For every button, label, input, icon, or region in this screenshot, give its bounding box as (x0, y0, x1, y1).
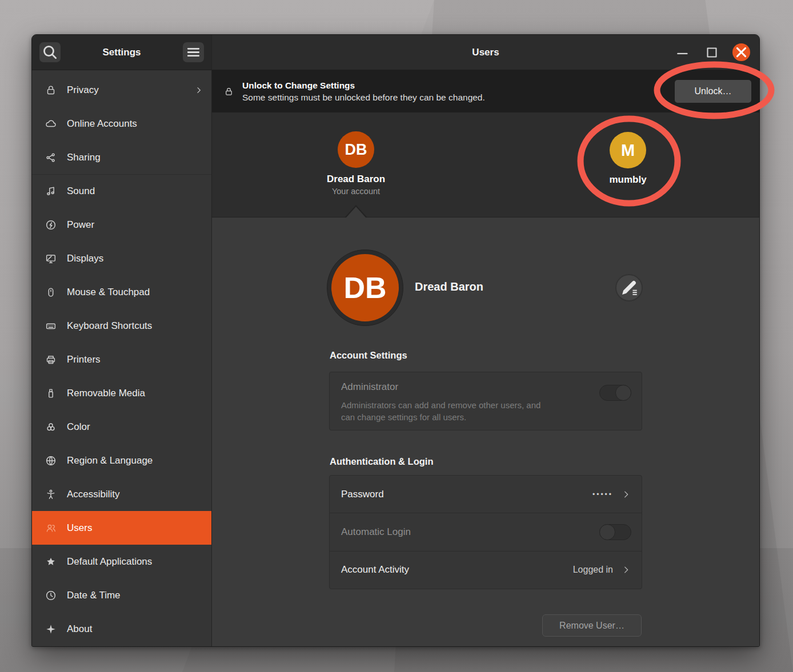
users-icon (45, 522, 57, 534)
profile-avatar[interactable]: DB (331, 254, 399, 321)
keyboard-icon (45, 320, 57, 332)
sidebar-item-sound[interactable]: Sound (32, 174, 211, 208)
sidebar-item-label: Sound (67, 186, 95, 197)
display-icon (45, 252, 57, 265)
sidebar-item-label: Keyboard Shortcuts (67, 320, 152, 332)
sidebar-item-region-language[interactable]: Region & Language (32, 444, 211, 477)
sidebar-item-default-applications[interactable]: Default Applications (32, 545, 211, 578)
sidebar-item-label: Displays (67, 253, 103, 264)
sidebar-list: Privacy Online Accounts Sharing Sound (32, 70, 211, 646)
window-controls (674, 43, 759, 61)
sidebar-item-label: Users (67, 522, 92, 534)
administrator-toggle[interactable] (599, 385, 631, 401)
toggle-knob (615, 385, 631, 401)
sidebar-item-label: Removable Media (67, 388, 145, 399)
sidebar-item-online-accounts[interactable]: Online Accounts (32, 107, 211, 140)
menu-button[interactable] (183, 42, 204, 62)
account-activity-value: Logged in (573, 565, 613, 575)
administrator-description-line: Administrators can add and remove other … (341, 399, 630, 411)
mouse-icon (45, 286, 57, 299)
sidebar-item-label: About (67, 623, 92, 635)
sidebar-item-about[interactable]: About (32, 612, 211, 646)
toggle-knob (599, 524, 615, 540)
unlock-button[interactable]: Unlock… (675, 80, 751, 103)
sidebar-item-label: Mouse & Touchpad (67, 287, 150, 298)
power-icon (45, 219, 57, 231)
automatic-login-toggle[interactable] (599, 524, 631, 540)
lock-icon (45, 84, 57, 96)
sidebar-item-removable-media[interactable]: Removable Media (32, 376, 211, 410)
cloud-icon (45, 118, 57, 130)
edit-name-button[interactable] (615, 274, 643, 301)
printer-icon (45, 353, 57, 366)
sidebar-item-label: Date & Time (67, 590, 121, 601)
unlock-banner-subtitle: Some settings must be unlocked before th… (242, 92, 485, 103)
sidebar-item-label: Printers (67, 354, 101, 365)
section-heading-authentication-login: Authentication & Login (330, 456, 433, 467)
automatic-login-label: Automatic Login (341, 526, 411, 538)
sidebar-item-color[interactable]: Color (32, 410, 211, 444)
sidebar-item-displays[interactable]: Displays (32, 242, 211, 275)
pencil-icon (616, 275, 642, 300)
sidebar-item-power[interactable]: Power (32, 208, 211, 242)
titlebar: Users (212, 35, 759, 70)
sidebar-item-label: Privacy (67, 84, 99, 96)
sidebar-item-keyboard-shortcuts[interactable]: Keyboard Shortcuts (32, 309, 211, 343)
sidebar-item-mouse-touchpad[interactable]: Mouse & Touchpad (32, 275, 211, 309)
user-chip-mumbly[interactable]: M mumbly (571, 132, 685, 186)
maximize-button[interactable] (703, 44, 720, 61)
user-detail-panel: DB Dread Baron Account Settings Administ… (212, 218, 759, 646)
sidebar-item-printers[interactable]: Printers (32, 343, 211, 376)
sidebar-item-label: Color (67, 421, 90, 433)
close-icon (732, 43, 750, 61)
administrator-description-line: can change settings for all users. (341, 411, 630, 423)
main-panel: Users Unlock to Change Settings (212, 35, 759, 646)
unlock-banner-text: Unlock to Change Settings Some settings … (242, 81, 485, 103)
chevron-right-icon (621, 565, 631, 575)
accessibility-icon (45, 488, 57, 501)
password-value: ••••• (592, 490, 613, 498)
chevron-right-icon (194, 86, 203, 95)
maximize-icon (703, 44, 720, 61)
sidebar-title: Settings (61, 47, 183, 58)
administrator-description: Administrators can add and remove other … (341, 399, 630, 423)
sidebar-item-users[interactable]: Users (32, 511, 211, 545)
sidebar-item-label: Default Applications (67, 556, 152, 568)
sidebar-item-label: Sharing (67, 152, 101, 163)
star-icon (45, 556, 57, 568)
clock-icon (45, 589, 57, 602)
unlock-banner: Unlock to Change Settings Some settings … (212, 70, 759, 112)
sidebar: Settings Privacy Online Accounts Shari (32, 35, 212, 646)
automatic-login-row: Automatic Login (330, 513, 642, 550)
profile-name: Dread Baron (415, 280, 483, 293)
avatar: DB (338, 131, 374, 168)
user-switcher: DB Dread Baron Your account M mumbly (212, 112, 759, 218)
user-chip-dread-baron[interactable]: DB Dread Baron Your account (299, 131, 413, 196)
minimize-button[interactable] (674, 44, 691, 61)
remove-user-button[interactable]: Remove User… (542, 614, 642, 637)
sidebar-item-privacy[interactable]: Privacy (32, 73, 211, 107)
account-activity-label: Account Activity (341, 564, 409, 576)
chevron-right-icon (621, 489, 631, 500)
sidebar-item-accessibility[interactable]: Accessibility (32, 477, 211, 511)
section-heading-account-settings: Account Settings (330, 350, 407, 361)
minimize-icon (674, 44, 691, 61)
account-activity-row[interactable]: Account Activity Logged in (330, 551, 642, 589)
avatar: M (610, 132, 646, 168)
sidebar-item-date-time[interactable]: Date & Time (32, 578, 211, 612)
password-row[interactable]: Password ••••• (330, 476, 642, 513)
search-button[interactable] (39, 42, 61, 62)
user-name: Dread Baron (299, 174, 413, 185)
sparkle-icon (45, 623, 57, 635)
close-button[interactable] (732, 43, 750, 61)
authentication-login-card: Password ••••• Automatic Login Account A… (329, 475, 642, 589)
sidebar-item-label: Power (67, 219, 94, 231)
globe-icon (45, 454, 57, 467)
sidebar-item-sharing[interactable]: Sharing (32, 140, 211, 174)
sidebar-item-label: Online Accounts (67, 118, 137, 130)
user-name: mumbly (571, 174, 685, 186)
share-icon (45, 151, 57, 164)
sidebar-item-label: Accessibility (67, 489, 120, 500)
lock-icon (223, 86, 234, 98)
password-label: Password (341, 489, 384, 500)
